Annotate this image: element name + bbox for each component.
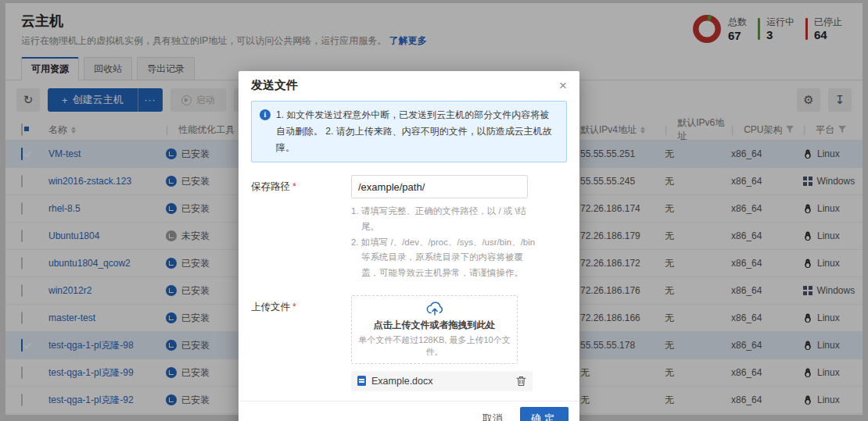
upload-file-label: 上传文件* (251, 295, 351, 391)
save-path-input[interactable] (351, 175, 528, 198)
file-icon (357, 376, 366, 386)
send-file-modal: 发送文件 × i 1. 如文件发送过程意外中断，已发送到云主机的部分文件内容将被… (239, 71, 579, 421)
app-window: 云主机 运行在物理机上的虚拟机实例，具有独立的IP地址，可以访问公共网络，运行应… (0, 0, 868, 421)
delete-file-icon[interactable] (516, 376, 526, 387)
confirm-button[interactable]: 确定 (520, 407, 569, 421)
upload-dropzone[interactable]: 点击上传文件或者拖拽到此处 单个文件不超过128KB, 最多上传10个文件。 (351, 295, 518, 364)
file-name: Example.docx (371, 376, 433, 387)
required-mark: * (292, 181, 296, 192)
cloud-upload-icon (425, 301, 444, 316)
required-mark: * (292, 301, 296, 312)
close-icon[interactable]: × (559, 79, 567, 92)
save-path-hints: 1. 请填写完整、正确的文件路径，以 / 或 \结尾。 2. 如填写 /、/de… (351, 204, 539, 281)
dropzone-hint: 单个文件不超过128KB, 最多上传10个文件。 (352, 334, 517, 358)
cancel-button[interactable]: 取消 (473, 407, 512, 421)
modal-title: 发送文件 (251, 78, 298, 93)
modal-alert: i 1. 如文件发送过程意外中断，已发送到云主机的部分文件内容将被自动删除。 2… (251, 101, 567, 162)
info-icon: i (260, 109, 271, 120)
dropzone-text: 点击上传文件或者拖拽到此处 (374, 319, 496, 332)
save-path-label: 保存路径* (251, 175, 351, 281)
uploaded-file-item: Example.docx (351, 371, 533, 391)
